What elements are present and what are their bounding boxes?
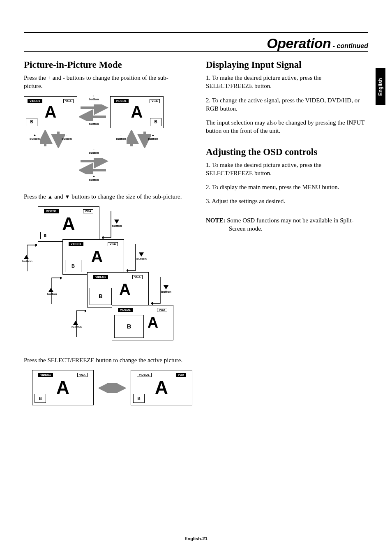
screen-letter-a: A xyxy=(56,377,69,398)
left-column: Picture-in-Picture Mode Press the + and … xyxy=(24,60,186,421)
text-fragment: buttons to change the size of the sub-pi… xyxy=(70,193,182,200)
text-fragment: and xyxy=(53,193,65,200)
arrow-corner-icon xyxy=(102,210,113,239)
text-plusminus: Press the + and - buttons to change the … xyxy=(24,74,186,90)
arrow-corner-icon xyxy=(151,276,162,305)
label-plus-button: + button xyxy=(89,95,99,102)
triangle-down-icon xyxy=(139,252,144,257)
language-tab: English xyxy=(376,68,385,105)
tag-video1: VIDEO1 xyxy=(118,308,133,312)
arrow-right-icon xyxy=(79,158,108,174)
header-rule xyxy=(24,32,368,33)
screen-letter-a: A xyxy=(91,247,103,266)
page-number: English-21 xyxy=(0,536,392,541)
tag-vga: VGA xyxy=(132,275,143,279)
arrow-corner-icon xyxy=(76,310,86,339)
sub-b: B xyxy=(90,288,112,305)
screen-letter-a: A xyxy=(155,377,168,398)
text-o1: 1. To make the desired picture active, p… xyxy=(206,161,368,178)
screen-letter-a: A xyxy=(45,103,57,121)
label-button: button xyxy=(161,290,171,294)
sub-b: B xyxy=(114,315,144,338)
heading-osd: Adjusting the OSD controls xyxy=(206,147,368,157)
sub-b: B xyxy=(26,118,37,126)
arrow-swap-icon xyxy=(99,383,126,393)
tag-video1: VIDEO1 xyxy=(69,242,83,246)
tag-video1: VIDEO1 xyxy=(114,99,129,103)
tag-video1: VIDEO1 xyxy=(137,373,152,377)
tag-vga: VGA xyxy=(83,209,93,213)
arrow-down-icon xyxy=(127,130,151,148)
sub-b: B xyxy=(150,118,161,126)
triangle-down-icon xyxy=(164,285,168,289)
screen-letter-a: A xyxy=(131,103,143,121)
note-label: NOTE: xyxy=(206,217,227,224)
text-fragment: Press the xyxy=(24,193,48,200)
tag-video1: VIDEO1 xyxy=(44,209,59,213)
tag-video1: VIDEO1 xyxy=(28,99,42,103)
text-selectfreeze: Press the SELECT/FREEZE button to change… xyxy=(24,356,186,364)
text-d3: The input selection may also be changed … xyxy=(206,118,368,135)
tag-vga: VGA xyxy=(176,373,186,377)
arrow-right-icon xyxy=(79,104,108,121)
tag-vga: VGA xyxy=(108,242,118,246)
arrow-corner-icon xyxy=(26,244,37,273)
text-d2: 2. To change the active signal, press th… xyxy=(206,96,368,113)
page-header: Operation - continued xyxy=(24,35,368,51)
text-o3: 3. Adjust the settings as desired. xyxy=(206,197,368,205)
sub-b: B xyxy=(40,232,50,239)
label-plus-button: + button xyxy=(148,134,158,141)
heading-pip: Picture-in-Picture Mode xyxy=(24,60,186,70)
page-title-continued: - continued xyxy=(331,42,368,49)
text-o2: 2. To display the main menu, press the M… xyxy=(206,183,368,191)
diagram-pip-position: A B VIDEO1 VGA A B VIDEO1 VGA A B VIDEO1 xyxy=(24,96,164,183)
tag-video1: VIDEO1 xyxy=(38,373,53,377)
note-text: Some OSD functions may not be available … xyxy=(227,217,353,232)
screen-letter-a: A xyxy=(119,281,130,298)
triangle-down-icon xyxy=(114,220,119,224)
label-minus-button: - button xyxy=(89,148,99,155)
sub-b: B xyxy=(35,394,46,403)
sub-b: B xyxy=(65,260,81,272)
diagram-pip-swap: A B VIDEO1 VGA A B VIDEO1 VGA xyxy=(24,370,196,411)
tag-vga: VGA xyxy=(63,99,74,103)
label-minus-button: - button xyxy=(116,134,126,141)
label-plus-button: + button xyxy=(89,175,99,183)
heading-display-input: Displaying Input Signal xyxy=(206,60,368,70)
screen-letter-a: A xyxy=(148,314,158,331)
triangle-up-icon: ▲ xyxy=(48,194,53,200)
tag-video1: VIDEO1 xyxy=(93,275,108,279)
diagram-pip-size: A B VIDEO1 VGA A B VIDEO1 VGA A B VIDEO1 xyxy=(24,206,180,346)
sub-b: B xyxy=(133,394,145,403)
tag-vga: VGA xyxy=(77,373,88,377)
page-title: Operation xyxy=(267,35,331,51)
triangle-down-icon: ▼ xyxy=(65,194,70,200)
label-button: button xyxy=(112,224,122,228)
label-plus-button: + button xyxy=(30,134,40,141)
arrow-corner-icon xyxy=(51,277,62,306)
label-minus-button: - button xyxy=(62,134,72,141)
note: NOTE: Some OSD functions may not be avai… xyxy=(206,216,368,233)
tag-vga: VGA xyxy=(150,99,160,103)
screen-letter-a: A xyxy=(62,214,75,234)
right-column: Displaying Input Signal 1. To make the d… xyxy=(206,60,368,421)
label-button: button xyxy=(136,257,147,261)
arrow-corner-icon xyxy=(127,243,137,272)
tag-vga: VGA xyxy=(157,308,167,312)
arrow-down-icon xyxy=(40,130,65,148)
text-d1: 1. To make the desired picture active, p… xyxy=(206,74,368,90)
text-updown: Press the ▲ and ▼ buttons to change the … xyxy=(24,192,186,201)
label-minus-button: - button xyxy=(89,119,99,127)
header-rule-bottom xyxy=(24,51,368,52)
